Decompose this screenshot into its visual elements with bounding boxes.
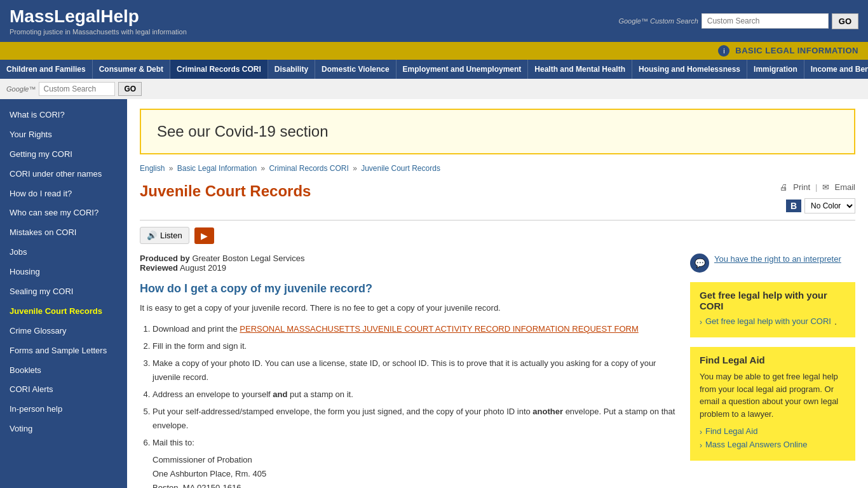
title-area: Juvenile Court Records 🖨 Print | ✉ Email… — [140, 182, 855, 214]
mass-legal-arrow: › — [700, 441, 702, 450]
nav-item-immigration[interactable]: Immigration — [747, 60, 804, 79]
sidebar-item-your-rights[interactable]: Your Rights — [0, 125, 127, 145]
nav-item-housing-homelessness[interactable]: Housing and Homelessness — [632, 60, 747, 79]
find-legal-aid-link[interactable]: Find Legal Aid — [705, 426, 757, 436]
free-help-link[interactable]: Get free legal help with your CORI — [705, 316, 831, 326]
sub-search-input[interactable] — [39, 82, 115, 96]
bold-button[interactable]: B — [786, 200, 801, 212]
find-legal-aid-arrow: › — [700, 428, 702, 437]
listen-label: Listen — [160, 231, 182, 240]
color-select[interactable]: No Color Yellow Blue Green — [804, 198, 855, 214]
sub-search-button[interactable]: GO — [118, 82, 142, 96]
breadcrumb-item-0[interactable]: English — [140, 164, 165, 173]
nav-item-disability[interactable]: Disability — [268, 60, 315, 79]
header-search-button[interactable]: GO — [832, 13, 858, 29]
breadcrumb-sep-1: » — [166, 164, 175, 173]
sidebar-item-in-person-help[interactable]: In-person help — [0, 400, 127, 419]
find-legal-aid-text: You may be able to get free legal help f… — [700, 370, 846, 420]
play-button[interactable]: ▶ — [194, 227, 214, 244]
nav-item-children-families[interactable]: Children and Families — [0, 60, 93, 79]
bli-icon: i — [718, 45, 729, 57]
mail-line1: Commissioner of Probation — [153, 455, 252, 464]
reviewed-label: Reviewed — [140, 263, 178, 273]
article: Produced by Greater Boston Legal Service… — [140, 254, 677, 488]
sidebar-item-jobs[interactable]: Jobs — [0, 243, 127, 262]
logo-area: MassLegalHelp Promoting justice in Massa… — [10, 6, 187, 36]
interpreter-box: 💬 You have the right to an interpreter — [690, 254, 855, 273]
request-form-link[interactable]: PERSONAL MASSACHUSETTS JUVENILE COURT AC… — [240, 324, 638, 334]
sidebar-item-cori-other-names[interactable]: CORI under other names — [0, 165, 127, 184]
site-tagline: Promoting justice in Massachusetts with … — [10, 28, 187, 36]
divider — [140, 220, 855, 220]
breadcrumb-sep-2: » — [259, 164, 267, 173]
color-control: B No Color Yellow Blue Green — [786, 198, 855, 214]
nav-item-income-benefits[interactable]: Income and Benefits — [804, 60, 868, 79]
nav-item-criminal-records-cori[interactable]: Criminal Records CORI — [170, 60, 268, 79]
speaker-icon: 🔊 — [147, 231, 157, 240]
print-link[interactable]: Print — [793, 182, 810, 192]
mail-line2: One Ashburton Place, Rm. 405 — [153, 469, 266, 478]
main-content: See our Covid-19 section English » Basic… — [127, 99, 868, 488]
mass-legal-link[interactable]: Mass Legal Answers Online — [705, 440, 807, 449]
breadcrumb-sep-3: » — [351, 164, 359, 173]
site-header: MassLegalHelp Promoting justice in Massa… — [0, 0, 868, 42]
step-6: Mail this to: — [153, 436, 677, 450]
nav-item-health-mental-health[interactable]: Health and Mental Health — [528, 60, 632, 79]
free-help-link-text: Get free legal help with your CORI — [705, 316, 831, 326]
step-1: Download and print the PERSONAL MASSACHU… — [153, 322, 677, 336]
step-2: Fill in the form and sign it. — [153, 339, 677, 353]
header-search-area: Google™ Custom Search GO — [618, 13, 858, 29]
site-title[interactable]: MassLegalHelp — [10, 6, 187, 27]
produced-by-label: Produced by — [140, 254, 190, 263]
mail-line3: Boston, MA 02150-1616 — [153, 483, 241, 488]
nav-item-domestic-violence[interactable]: Domestic Violence — [315, 60, 397, 79]
produced-by-value: Greater Boston Legal Services — [192, 254, 304, 263]
header-search-input[interactable] — [702, 13, 829, 29]
mail-address: Commissioner of Probation One Ashburton … — [153, 453, 677, 488]
bli-bar: i BASIC LEGAL INFORMATION — [0, 42, 868, 60]
free-help-box: Get free legal help with your CORI › Get… — [690, 282, 855, 337]
breadcrumb-item-3[interactable]: Juvenile Court Records — [361, 164, 440, 173]
separator: | — [815, 182, 817, 192]
email-link[interactable]: Email — [834, 182, 855, 192]
email-icon: ✉ — [822, 182, 829, 192]
nav-item-employment-unemployment[interactable]: Employment and Unemployment — [397, 60, 529, 79]
sub-google-label: Google™ — [6, 85, 36, 93]
sidebar-item-booklets[interactable]: Booklets — [0, 361, 127, 381]
nav-item-consumer-debt[interactable]: Consumer & Debt — [93, 60, 170, 79]
content-area: Produced by Greater Boston Legal Service… — [140, 254, 855, 488]
page-layout: What is CORI?Your RightsGetting my CORIC… — [0, 99, 868, 488]
main-nav: Children and FamiliesConsumer & DebtCrim… — [0, 60, 868, 79]
bli-link[interactable]: BASIC LEGAL INFORMATION — [735, 46, 858, 55]
sidebar-item-sealing-my-cori[interactable]: Sealing my CORI — [0, 282, 127, 302]
mass-legal-link-item: › Mass Legal Answers Online — [700, 440, 846, 450]
sidebar-item-juvenile-court-records[interactable]: Juvenile Court Records — [0, 302, 127, 322]
covid-banner-text: See our Covid-19 section — [157, 123, 838, 140]
google-label: Google™ Custom Search — [618, 17, 698, 25]
sidebar-item-getting-my-cori[interactable]: Getting my CORI — [0, 145, 127, 165]
step-5: Put your self-addressed/stamped envelope… — [153, 405, 677, 433]
listen-button[interactable]: 🔊 Listen — [140, 227, 189, 244]
sidebar-item-who-can-see[interactable]: Who can see my CORI? — [0, 203, 127, 223]
sidebar-item-what-is-cori[interactable]: What is CORI? — [0, 105, 127, 125]
reviewed-value: August 2019 — [180, 263, 226, 273]
free-help-title: Get free legal help with your CORI — [700, 290, 846, 311]
sidebar-item-forms-sample-letters[interactable]: Forms and Sample Letters — [0, 341, 127, 361]
breadcrumb-item-2[interactable]: Criminal Records CORI — [269, 164, 348, 173]
free-help-link-item: › Get free legal help with your CORI . — [700, 316, 846, 327]
sidebar-item-housing[interactable]: Housing — [0, 262, 127, 282]
sidebar-item-how-read-it[interactable]: How do I read it? — [0, 184, 127, 204]
breadcrumb-item-1[interactable]: Basic Legal Information — [177, 164, 257, 173]
step-3: Make a copy of your photo ID. You can us… — [153, 356, 677, 384]
intro-text: It is easy to get a copy of your juvenil… — [140, 302, 677, 315]
sidebar-item-cori-alerts[interactable]: CORI Alerts — [0, 380, 127, 400]
find-legal-aid-box: Find Legal Aid You may be able to get fr… — [690, 347, 855, 461]
sidebar-item-mistakes-on-cori[interactable]: Mistakes on CORI — [0, 223, 127, 243]
interpreter-link[interactable]: You have the right to an interpreter — [714, 254, 841, 265]
sidebar: What is CORI?Your RightsGetting my CORIC… — [0, 99, 127, 488]
sidebar-item-crime-glossary[interactable]: Crime Glossary — [0, 322, 127, 341]
covid-banner[interactable]: See our Covid-19 section — [140, 109, 855, 154]
sidebar-item-voting[interactable]: Voting — [0, 419, 127, 439]
printer-icon: 🖨 — [780, 182, 788, 192]
breadcrumb: English » Basic Legal Information » Crim… — [140, 164, 855, 173]
